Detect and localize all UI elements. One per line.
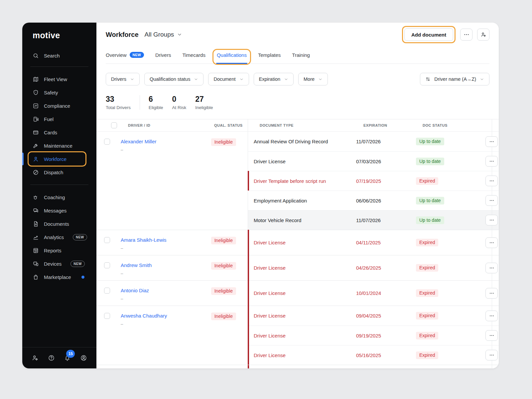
analytics-icon	[33, 234, 39, 240]
sidebar-item-fleet-view[interactable]: Fleet View	[22, 72, 96, 86]
driver-name-link[interactable]: Anwesha Chaudhary	[121, 313, 167, 319]
row-checkbox[interactable]	[104, 262, 110, 268]
filter-expiration[interactable]: Expiration	[254, 73, 294, 85]
row-actions-button[interactable]	[485, 350, 498, 360]
filter-label: Document	[213, 76, 235, 82]
account-icon[interactable]	[80, 354, 87, 361]
sidebar-item-marketplace[interactable]: Marketplace	[22, 270, 96, 284]
doc-status-badge: Expired	[416, 239, 438, 246]
help-icon[interactable]	[48, 354, 55, 361]
sidebar-divider	[30, 185, 88, 185]
sidebar-item-compliance[interactable]: Compliance	[22, 99, 96, 112]
tab-bar: OverviewNEWDriversTimecardsQualification…	[106, 50, 489, 64]
sidebar-item-safety[interactable]: Safety	[22, 86, 96, 99]
sidebar-item-workforce[interactable]: Workforce	[22, 152, 96, 166]
sidebar-item-cards[interactable]: Cards	[22, 126, 96, 139]
row-checkbox[interactable]	[104, 139, 110, 145]
filter-qualification-status[interactable]: Qualification status	[144, 73, 204, 85]
ellipsis-icon	[489, 265, 494, 271]
doc-status-cell: Expired	[416, 289, 477, 297]
stat-value: 27	[195, 95, 213, 104]
row-actions-button[interactable]	[485, 215, 498, 225]
select-all-checkbox[interactable]	[111, 122, 117, 128]
document-type: Employment Application	[254, 198, 356, 203]
sidebar-item-devices[interactable]: DevicesNEW	[22, 257, 96, 270]
user-gear-icon[interactable]	[32, 354, 39, 361]
row-actions-button[interactable]	[485, 288, 498, 299]
sidebar-item-fuel[interactable]: Fuel	[22, 112, 96, 126]
notification-count-badge: 15	[66, 350, 75, 358]
document-row[interactable]: Driver License09/04/2025Expired	[248, 306, 499, 326]
doc-status-cell: Expired	[416, 177, 477, 185]
row-actions-button[interactable]	[485, 195, 498, 206]
row-actions-button[interactable]	[485, 156, 498, 167]
row-actions-button[interactable]	[485, 176, 498, 186]
motive-logo: motive	[33, 31, 96, 40]
devices-icon	[33, 261, 39, 267]
bell-icon[interactable]: 15	[64, 354, 71, 361]
shield-icon	[33, 89, 39, 96]
sidebar-item-maintenance[interactable]: Maintenance	[22, 139, 96, 152]
row-actions-button[interactable]	[485, 311, 498, 321]
group-selector[interactable]: All Groups	[145, 31, 183, 38]
document-row[interactable]: Driver Template before script run07/19/2…	[248, 171, 499, 191]
driver-name-link[interactable]: Alexander Miller	[121, 139, 157, 144]
row-checkbox[interactable]	[104, 237, 110, 243]
document-row[interactable]: Driver License04/11/2025Expired	[248, 230, 499, 255]
driver-name-link[interactable]: Antonio Diaz	[121, 288, 149, 293]
more-actions-button[interactable]	[460, 29, 472, 41]
doc-status-badge: Up to date	[416, 138, 444, 145]
document-row[interactable]: Motor Vehicle Record11/07/2026Up to date	[248, 210, 499, 230]
tab-overview[interactable]: OverviewNEW	[106, 50, 144, 64]
add-document-button[interactable]: Add document	[404, 28, 453, 41]
document-row[interactable]: Expired	[248, 365, 499, 368]
tab-templates[interactable]: Templates	[258, 50, 281, 64]
tab-drivers[interactable]: Drivers	[155, 50, 171, 64]
row-actions-button[interactable]	[485, 263, 498, 273]
sidebar-item-coaching[interactable]: Coaching	[22, 191, 96, 204]
driver-name-block: Alexander Miller–	[121, 139, 157, 152]
doc-status-badge: Expired	[416, 332, 438, 339]
sidebar-item-dispatch[interactable]: Dispatch	[22, 166, 96, 179]
sidebar-item-documents[interactable]: Documents	[22, 217, 96, 230]
document-row[interactable]: Driver License04/26/2025Expired	[248, 255, 499, 280]
document-type: Driver License	[254, 352, 356, 358]
row-actions-button[interactable]	[485, 330, 498, 341]
filter-drivers[interactable]: Drivers	[106, 73, 140, 85]
sidebar-divider	[30, 66, 88, 67]
row-checkbox[interactable]	[104, 313, 110, 319]
document-row[interactable]: Employment Application06/06/2026Up to da…	[248, 191, 499, 210]
document-type: Driver License	[254, 333, 356, 338]
doc-status-cell: Expired	[416, 332, 477, 339]
doc-status-badge: Expired	[416, 264, 438, 272]
sidebar-item-reports[interactable]: Reports	[22, 244, 96, 257]
document-row[interactable]: Driver License05/16/2025Expired	[248, 345, 499, 365]
filter-more[interactable]: More	[298, 73, 328, 85]
document-row[interactable]: Driver License10/01/2024Expired	[248, 281, 499, 306]
expiration-date: 05/16/2025	[356, 352, 416, 358]
sidebar-item-messages[interactable]: Messages	[22, 204, 96, 217]
documents-cell: Driver License04/11/2025Expired	[248, 230, 499, 255]
driver-name-link[interactable]: Andrew Smith	[121, 262, 152, 268]
sort-selector[interactable]: Driver name (A→Z)	[420, 73, 489, 85]
document-row[interactable]: Annual Review Of Driving Record11/07/202…	[248, 132, 499, 151]
document-row[interactable]: Driver License07/03/2026Up to date	[248, 151, 499, 171]
document-type: Driver License	[254, 265, 356, 271]
row-actions-button[interactable]	[485, 136, 498, 147]
sidebar-item-label: Messages	[44, 208, 66, 213]
row-checkbox[interactable]	[104, 288, 110, 294]
driver-name-link[interactable]: Amara Shaikh-Lewis	[121, 237, 167, 243]
sidebar-search[interactable]: Search	[22, 50, 96, 61]
user-settings-button[interactable]	[477, 29, 489, 41]
expiration-date: 09/19/2025	[356, 333, 416, 338]
filter-label: Qualification status	[150, 76, 191, 82]
tab-training[interactable]: Training	[292, 50, 310, 64]
tab-timecards[interactable]: Timecards	[182, 50, 205, 64]
filter-document[interactable]: Document	[208, 73, 249, 85]
document-row[interactable]: Driver License09/19/2025Expired	[248, 326, 499, 345]
row-actions-button[interactable]	[485, 237, 498, 248]
tab-qualifications[interactable]: Qualifications	[217, 50, 247, 64]
sidebar-item-analytics[interactable]: AnalyticsNEW	[22, 230, 96, 244]
ellipsis-icon	[464, 32, 469, 38]
doc-status-cell: Up to date	[416, 158, 477, 165]
